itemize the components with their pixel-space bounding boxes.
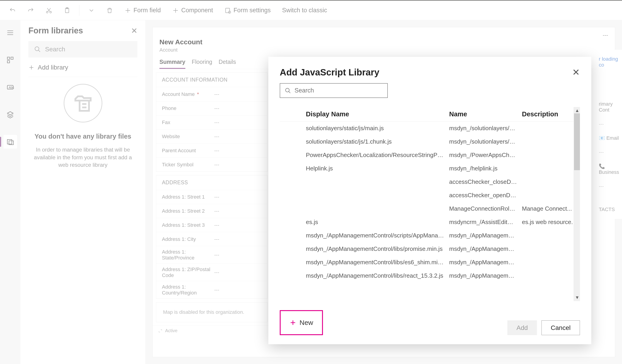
cell-name: msdyn_/AppManagemen... [449, 232, 522, 239]
cell-display-name: Helplink.js [306, 165, 449, 172]
cell-name: msdyn_/AppManagemen... [449, 272, 522, 279]
table-row[interactable]: solutionlayers/static/js/1.chunk.jsmsdyn… [280, 135, 580, 148]
cell-display-name: msdyn_/AppManagementControl/libs/react_1… [306, 272, 449, 279]
close-icon[interactable]: ✕ [572, 67, 580, 77]
dialog-title: Add JavaScript Library [280, 67, 379, 77]
new-label: New [299, 319, 313, 327]
add-button[interactable]: Add [507, 320, 537, 335]
cell-name: msdyncrm_/AssistEditCo... [449, 218, 522, 226]
cell-name: msdyn_/helplink.js [449, 165, 522, 172]
search-icon [285, 88, 291, 94]
cell-description [522, 125, 580, 132]
table-row[interactable]: ManageConnectionRoles...Manage Connect..… [280, 202, 580, 215]
cell-description [522, 272, 580, 279]
scroll-down-icon[interactable]: ▼ [575, 295, 580, 300]
table-row[interactable]: accessChecker_closeDial... [280, 175, 580, 189]
cell-display-name: PowerAppsChecker/Localization/ResourceSt… [306, 152, 449, 159]
cell-name: accessChecker_closeDial... [449, 178, 522, 185]
scroll-thumb[interactable] [574, 113, 580, 170]
table-row[interactable]: accessChecker_openDial... [280, 189, 580, 202]
plus-icon [290, 319, 296, 326]
column-display-name[interactable]: Display Name [306, 110, 449, 118]
cell-name: ManageConnectionRoles... [449, 205, 522, 212]
library-dialog-search[interactable] [280, 83, 388, 98]
cell-name: accessChecker_openDial... [449, 192, 522, 199]
scroll-up-icon[interactable]: ▲ [575, 108, 580, 113]
table-row[interactable]: solutionlayers/static/js/main.jsmsdyn_/s… [280, 122, 580, 135]
cell-display-name [306, 192, 449, 199]
cell-display-name: solutionlayers/static/js/1.chunk.js [306, 138, 449, 145]
table-row[interactable]: Helplink.jsmsdyn_/helplink.js [280, 162, 580, 175]
add-js-library-dialog: Add JavaScript Library ✕ Display Name Na… [268, 57, 591, 344]
cell-display-name: es.js [306, 218, 449, 226]
cell-description [522, 165, 580, 172]
cell-name: msdyn_/AppManagemen... [449, 245, 522, 253]
new-library-button[interactable]: New [280, 310, 323, 335]
cancel-button[interactable]: Cancel [542, 320, 580, 335]
column-description[interactable]: Description [522, 110, 580, 118]
cell-display-name [306, 178, 449, 185]
vertical-scrollbar[interactable]: ▲ ▼ [574, 107, 580, 301]
cell-display-name: msdyn_/AppManagementControl/libs/promise… [306, 245, 449, 253]
cell-name: msdyn_/solutionlayers/st... [449, 138, 522, 145]
cell-display-name: msdyn_/AppManagementControl/libs/es6_shi… [306, 259, 449, 266]
table-row[interactable]: msdyn_/AppManagementControl/libs/es6_shi… [280, 256, 580, 269]
cell-description [522, 138, 580, 145]
column-name[interactable]: Name [449, 110, 522, 118]
cell-description [522, 152, 580, 159]
table-row[interactable]: msdyn_/AppManagementControl/scripts/AppM… [280, 229, 580, 242]
table-row[interactable]: es.jsmsdyncrm_/AssistEditCo...es.js web … [280, 215, 580, 229]
cell-name: msdyn_/AppManagemen... [449, 259, 522, 266]
cell-display-name [306, 205, 449, 212]
table-row[interactable]: msdyn_/AppManagementControl/libs/react_1… [280, 269, 580, 282]
cell-description: Manage Connect... [522, 205, 580, 212]
cell-description [522, 259, 580, 266]
cell-description [522, 232, 580, 239]
cell-description [522, 245, 580, 253]
library-dialog-search-input[interactable] [294, 87, 383, 94]
cell-description [522, 192, 580, 199]
svg-point-14 [286, 88, 289, 92]
cell-display-name: msdyn_/AppManagementControl/scripts/AppM… [306, 232, 449, 239]
table-row[interactable]: PowerAppsChecker/Localization/ResourceSt… [280, 148, 580, 162]
library-table: Display Name Name Description solutionla… [280, 107, 580, 301]
table-row[interactable]: msdyn_/AppManagementControl/libs/promise… [280, 242, 580, 256]
cell-display-name: solutionlayers/static/js/main.js [306, 125, 449, 132]
cell-name: msdyn_/solutionlayers/st... [449, 125, 522, 132]
cell-name: msdyn_/PowerAppsChec... [449, 152, 522, 159]
cell-description: es.js web resource. [522, 218, 580, 226]
cell-description [522, 178, 580, 185]
